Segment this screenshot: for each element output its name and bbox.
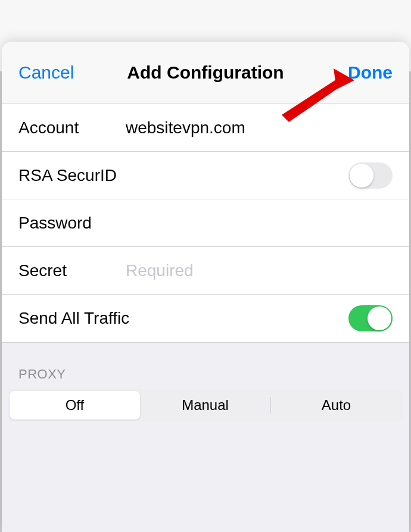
form-section: Account websitevpn.com RSA SecurID Passw… [2, 104, 409, 343]
add-configuration-modal: Cancel Add Configuration Done Account we… [2, 42, 409, 532]
proxy-segmented-control[interactable]: Off Manual Auto [8, 389, 403, 421]
rsa-securid-toggle[interactable] [348, 162, 393, 189]
cancel-button[interactable]: Cancel [18, 62, 74, 83]
account-row[interactable]: Account websitevpn.com [2, 104, 409, 152]
send-all-traffic-label: Send All Traffic [18, 309, 129, 328]
rsa-securid-label: RSA SecurID [18, 166, 117, 185]
secret-placeholder[interactable]: Required [126, 261, 393, 280]
proxy-segment-auto[interactable]: Auto [271, 391, 401, 420]
rsa-securid-row: RSA SecurID [2, 152, 409, 199]
proxy-segment-manual[interactable]: Manual [140, 391, 270, 420]
password-row[interactable]: Password [2, 199, 409, 247]
toggle-knob-icon [368, 306, 391, 330]
modal-header: Cancel Add Configuration Done [2, 42, 409, 104]
toggle-knob-icon [350, 164, 373, 187]
proxy-section-header: PROXY [2, 343, 409, 389]
send-all-traffic-row: Send All Traffic [2, 295, 409, 342]
secret-label: Secret [18, 261, 126, 280]
modal-title: Add Configuration [127, 62, 284, 83]
done-button[interactable]: Done [348, 62, 393, 83]
account-value[interactable]: websitevpn.com [126, 118, 393, 137]
send-all-traffic-toggle[interactable] [348, 305, 393, 331]
account-label: Account [18, 118, 126, 137]
secret-row[interactable]: Secret Required [2, 247, 409, 295]
password-label: Password [18, 214, 126, 233]
proxy-segment-off[interactable]: Off [10, 391, 140, 420]
